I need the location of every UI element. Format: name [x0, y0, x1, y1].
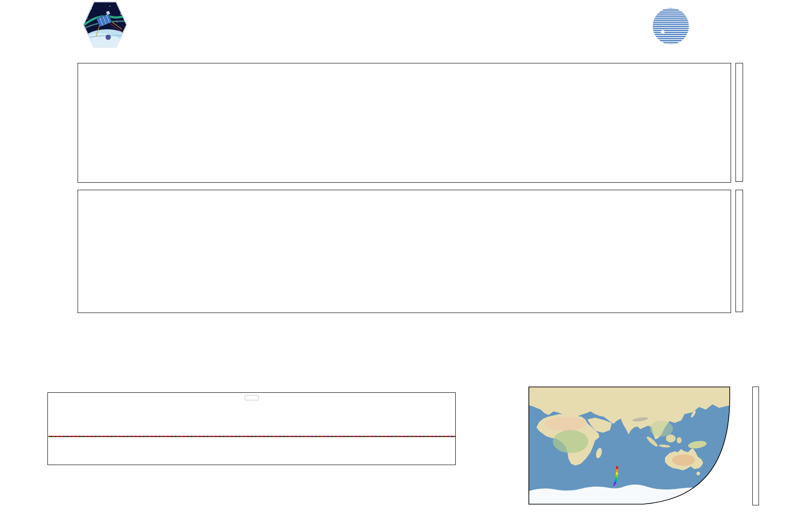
- map-new-zealand-north: [718, 464, 723, 470]
- angle-plot-frame: [47, 392, 456, 465]
- voltage-colorbar-b: [735, 190, 743, 312]
- map-sulawesi: [677, 437, 682, 443]
- map-new-zealand-south: [722, 469, 727, 475]
- altitude-colorbar: [752, 387, 759, 505]
- spectrogram-a-heatmap: [78, 63, 731, 182]
- voltage-colorbar-a: [735, 63, 743, 182]
- ground-track-map: [528, 387, 730, 505]
- roll-line: [48, 436, 455, 437]
- angle-plot-legend: [245, 395, 259, 400]
- spectrogram-b-heatmap: [78, 190, 731, 313]
- cassiope-mission-patch-icon: [82, 1, 128, 48]
- map-tasmania: [696, 472, 700, 475]
- quicklook-figure: [0, 0, 798, 532]
- esa-globe-icon: [649, 5, 694, 46]
- map-borneo: [666, 434, 676, 442]
